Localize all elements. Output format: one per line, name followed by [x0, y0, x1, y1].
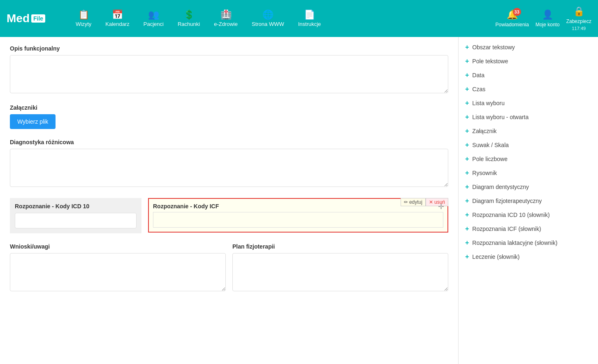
sidebar-item-pole-tekstowe[interactable]: +Pole tekstowe — [459, 54, 598, 68]
badge-powiadomienia: 33 — [513, 8, 521, 16]
sidebar-item-obszar-tekstowy[interactable]: +Obszar tekstowy — [459, 40, 598, 54]
sidebar-label-leczenie: Leczenie (słownik) — [472, 253, 519, 260]
x-icon: ✕ — [429, 199, 433, 205]
opis-funkcjonalny-group: Opis funkcjonalny — [10, 45, 448, 94]
nav-right-powiadomienia[interactable]: 33🔔Powiadomienia — [496, 9, 529, 28]
plan-col: Plan fizjoterapii — [232, 243, 448, 293]
sidebar-item-lista-wyboru-otwarta[interactable]: +Lista wyboru - otwarta — [459, 110, 598, 124]
plus-icon-czas: + — [465, 86, 469, 92]
nav-icon-wizyty: 📋 — [78, 10, 89, 19]
edit-button[interactable]: ✏ edytuj — [401, 198, 426, 206]
logo-box: File — [31, 14, 45, 23]
nav-right-moje-konto[interactable]: 👤Moje konto — [535, 9, 560, 28]
diagnostyka-input[interactable] — [10, 149, 448, 187]
plus-icon-pole-tekstowe: + — [465, 58, 469, 65]
icd10-input[interactable] — [15, 213, 137, 228]
sidebar-item-zalacznik[interactable]: +Załącznik — [459, 124, 598, 138]
sidebar-label-rozpoznania-icf: Rozpoznania ICF (słownik) — [472, 226, 541, 232]
delete-button[interactable]: ✕ usuń — [426, 198, 448, 206]
drag-icon: ✛ — [438, 202, 444, 211]
opis-funkcjonalny-input[interactable] — [10, 55, 448, 93]
nav-icon-pacjenci: 👥 — [148, 10, 159, 19]
sidebar-label-diagram-dentystyczny: Diagram dentystyczny — [472, 184, 529, 190]
sidebar-item-suwak-skala[interactable]: +Suwak / Skala — [459, 138, 598, 152]
content-area: Opis funkcjonalny Załączniki Wybierz pli… — [0, 37, 458, 364]
logo[interactable]: Med File — [7, 13, 60, 24]
plus-icon-leczenie: + — [465, 253, 469, 260]
plus-icon-lista-wyboru-otwarta: + — [465, 114, 469, 120]
sidebar-item-data[interactable]: +Data — [459, 68, 598, 82]
sidebar-label-lista-wyboru-otwarta: Lista wyboru - otwarta — [472, 114, 528, 120]
plan-input[interactable] — [232, 253, 448, 291]
nav-icon-rachunki: 💲 — [183, 10, 195, 19]
top-navigation: Med File 📋Wizyty📅Kalendarz👥Pacjenci💲Rach… — [0, 0, 598, 37]
sidebar: +Obszar tekstowy+Pole tekstowe+Data+Czas… — [458, 37, 598, 364]
nav-item-kalendarz[interactable]: 📅Kalendarz — [100, 7, 135, 30]
nav-items: 📋Wizyty📅Kalendarz👥Pacjenci💲Rachunki🏥e-Zd… — [70, 7, 496, 30]
wybierz-plik-button[interactable]: Wybierz plik — [10, 114, 56, 129]
plus-icon-diagram-fizjoterapeutyczny: + — [465, 198, 469, 204]
sidebar-item-pole-liczbowe[interactable]: +Pole liczbowe — [459, 152, 598, 166]
icon-moje-konto: 👤 — [542, 9, 553, 20]
icf-input[interactable] — [153, 212, 443, 228]
nav-icon-instrukcje: 📄 — [304, 10, 315, 19]
wnioski-col: Wnioski/uwagi — [10, 243, 226, 293]
plus-icon-rysownik: + — [465, 170, 469, 176]
icf-highlighted-field: ✏ edytuj ✕ usuń ✛ Rozpoznanie - Kody ICF — [148, 198, 448, 233]
nav-item-wizyty[interactable]: 📋Wizyty — [70, 7, 97, 30]
sidebar-label-lista-wyboru: Lista wyboru — [472, 100, 505, 106]
plus-icon-data: + — [465, 72, 469, 78]
sidebar-label-rysownik: Rysownik — [472, 170, 497, 176]
zalaczniki-group: Załączniki Wybierz plik — [10, 104, 448, 129]
nav-item-rachunki[interactable]: 💲Rachunki — [172, 7, 206, 30]
nav-right-zabezpiecz[interactable]: 🔒Zabezpiecz117:49 — [566, 6, 591, 31]
icd10-label: Rozpoznanie - Kody ICD 10 — [15, 203, 137, 210]
nav-icon-strona-www: 🌐 — [262, 10, 274, 19]
icd10-col: Rozpoznanie - Kody ICD 10 — [10, 198, 141, 233]
nav-item-e-zdrowie[interactable]: 🏥e-Zdrowie — [208, 7, 243, 30]
wnioski-input[interactable] — [10, 253, 226, 291]
main-layout: Opis funkcjonalny Załączniki Wybierz pli… — [0, 37, 598, 364]
plus-icon-rozpoznania-icd10: + — [465, 212, 469, 218]
bottom-two-col: Wnioski/uwagi Plan fizjoterapii — [10, 243, 448, 293]
plus-icon-lista-wyboru: + — [465, 100, 469, 106]
nav-icon-e-zdrowie: 🏥 — [220, 10, 232, 19]
sidebar-item-lista-wyboru[interactable]: +Lista wyboru — [459, 96, 598, 110]
sidebar-label-obszar-tekstowy: Obszar tekstowy — [472, 44, 515, 51]
nav-right: 33🔔Powiadomienia👤Moje konto🔒Zabezpiecz11… — [496, 6, 591, 31]
sidebar-item-diagram-fizjoterapeutyczny[interactable]: +Diagram fizjoterapeutyczny — [459, 194, 598, 208]
sidebar-item-rozpoznania-laktacyjne[interactable]: +Rozpoznania laktacyjne (słownik) — [459, 236, 598, 250]
sidebar-item-czas[interactable]: +Czas — [459, 82, 598, 96]
plan-label: Plan fizjoterapii — [232, 243, 448, 250]
sidebar-label-pole-liczbowe: Pole liczbowe — [472, 156, 508, 162]
sidebar-label-rozpoznania-icd10: Rozpoznania ICD 10 (słownik) — [472, 212, 549, 218]
plus-icon-rozpoznania-laktacyjne: + — [465, 240, 469, 246]
nav-item-instrukcje[interactable]: 📄Instrukcje — [292, 7, 327, 30]
sidebar-item-rozpoznania-icd10[interactable]: +Rozpoznania ICD 10 (słownik) — [459, 208, 598, 222]
sidebar-item-rozpoznania-icf[interactable]: +Rozpoznania ICF (słownik) — [459, 222, 598, 236]
nav-icon-kalendarz: 📅 — [112, 10, 123, 19]
logo-text: Med — [7, 13, 30, 24]
icf-label: Rozpoznanie - Kody ICF — [153, 203, 443, 210]
nav-item-strona-www[interactable]: 🌐Strona WWW — [246, 7, 290, 30]
diagnostyka-label: Diagnostyka różnicowa — [10, 139, 448, 145]
nav-item-pacjenci[interactable]: 👥Pacjenci — [138, 7, 169, 30]
zalaczniki-label: Załączniki — [10, 104, 448, 111]
sidebar-label-pole-tekstowe: Pole tekstowe — [472, 58, 508, 65]
sidebar-label-suwak-skala: Suwak / Skala — [472, 142, 509, 148]
plus-icon-diagram-dentystyczny: + — [465, 184, 469, 190]
icon-zabezpiecz: 🔒 — [573, 6, 584, 16]
plus-icon-pole-liczbowe: + — [465, 156, 469, 162]
sidebar-item-diagram-dentystyczny[interactable]: +Diagram dentystyczny — [459, 180, 598, 194]
diagnostyka-group: Diagnostyka różnicowa — [10, 139, 448, 188]
sidebar-item-rysownik[interactable]: +Rysownik — [459, 166, 598, 180]
sidebar-label-data: Data — [472, 72, 484, 78]
plus-icon-zalacznik: + — [465, 128, 469, 134]
plus-icon-obszar-tekstowy: + — [465, 44, 469, 51]
sidebar-label-czas: Czas — [472, 86, 485, 92]
opis-funkcjonalny-label: Opis funkcjonalny — [10, 45, 448, 52]
plus-icon-suwak-skala: + — [465, 142, 469, 148]
icd-row: Rozpoznanie - Kody ICD 10 ✏ edytuj ✕ usu… — [10, 198, 448, 233]
sidebar-item-leczenie[interactable]: +Leczenie (słownik) — [459, 250, 598, 264]
plus-icon-rozpoznania-icf: + — [465, 226, 469, 232]
